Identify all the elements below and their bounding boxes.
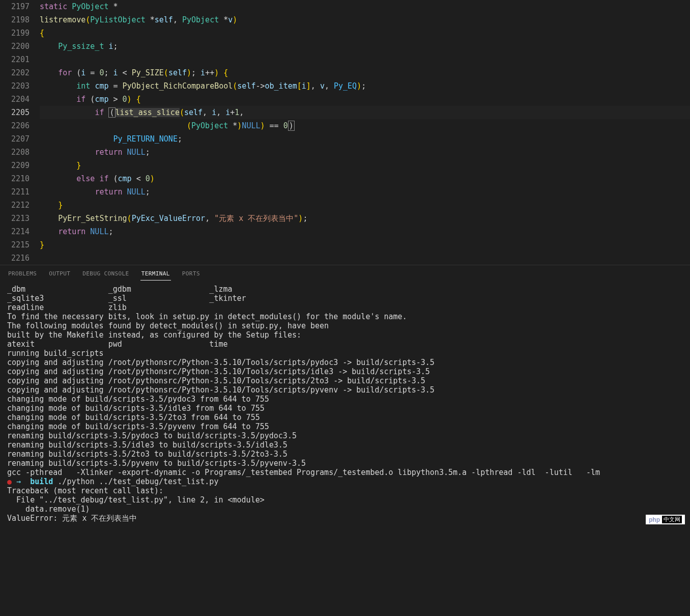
- code-line[interactable]: {: [40, 26, 690, 40]
- code-content[interactable]: static PyObject *listremove(PyListObject…: [36, 0, 690, 265]
- terminal-line: renaming build/scripts-3.5/idle3 to buil…: [7, 440, 683, 450]
- badge-cn: 中文网: [662, 516, 682, 523]
- line-number: 2212: [0, 199, 30, 212]
- code-line[interactable]: [40, 53, 690, 66]
- terminal-prompt-line: ● → build ./python ../test_debug/test_li…: [7, 477, 683, 486]
- code-line[interactable]: static PyObject *: [40, 0, 690, 13]
- panel-tab-output[interactable]: OUTPUT: [48, 268, 71, 281]
- terminal-line: copying and adjusting /root/pythonsrc/Py…: [7, 376, 683, 385]
- terminal-line: _sqlite3 _ssl _tkinter: [7, 294, 683, 303]
- line-number: 2200: [0, 40, 30, 53]
- line-number: 2204: [0, 93, 30, 106]
- line-number: 2207: [0, 132, 30, 146]
- terminal-output[interactable]: _dbm _gdbm _lzma_sqlite3 _ssl _tkinterre…: [0, 281, 690, 616]
- terminal-line: renaming build/scripts-3.5/pydoc3 to bui…: [7, 431, 683, 440]
- line-number: 2210: [0, 172, 30, 185]
- terminal-line: readline zlib: [7, 303, 683, 312]
- panel-tab-terminal[interactable]: TERMINAL: [140, 268, 171, 281]
- code-line[interactable]: }: [40, 199, 690, 212]
- terminal-line: renaming build/scripts-3.5/pyvenv to bui…: [7, 459, 683, 468]
- line-number: 2203: [0, 79, 30, 93]
- terminal-line: changing mode of build/scripts-3.5/2to3 …: [7, 413, 683, 422]
- code-line[interactable]: }: [40, 238, 690, 251]
- line-number: 2206: [0, 119, 30, 132]
- terminal-line: renaming build/scripts-3.5/2to3 to build…: [7, 450, 683, 459]
- terminal-line: ValueError: 元素 x 不在列表当中: [7, 514, 683, 523]
- terminal-line: _dbm _gdbm _lzma: [7, 285, 683, 294]
- code-line[interactable]: else if (cmp < 0): [40, 172, 690, 185]
- code-line[interactable]: (PyObject *)NULL) == 0): [40, 119, 690, 132]
- code-editor[interactable]: 2197219821992200220122022203220422052206…: [0, 0, 690, 265]
- watermark-badge: php 中文网: [646, 515, 685, 524]
- code-line[interactable]: PyErr_SetString(PyExc_ValueError, "元素 x …: [40, 212, 690, 225]
- terminal-line: copying and adjusting /root/pythonsrc/Py…: [7, 385, 683, 395]
- line-number: 2214: [0, 225, 30, 238]
- badge-brand: php: [649, 516, 660, 523]
- code-line[interactable]: int cmp = PyObject_RichCompareBool(self-…: [40, 79, 690, 93]
- code-line[interactable]: }: [40, 159, 690, 172]
- terminal-line: built by the Makefile instead, as config…: [7, 330, 683, 340]
- line-number: 2216: [0, 251, 30, 265]
- panel-tab-problems[interactable]: PROBLEMS: [7, 268, 38, 281]
- panel-tab-debug-console[interactable]: DEBUG CONSOLE: [81, 268, 130, 281]
- line-number-gutter: 2197219821992200220122022203220422052206…: [0, 0, 36, 265]
- code-line[interactable]: [40, 251, 690, 265]
- line-number: 2198: [0, 13, 30, 26]
- code-line[interactable]: return NULL;: [40, 225, 690, 238]
- line-number: 2209: [0, 159, 30, 172]
- code-line[interactable]: if (list_ass_slice(self, i, i+1,: [40, 106, 690, 119]
- line-number: 2202: [0, 66, 30, 79]
- code-line[interactable]: for (i = 0; i < Py_SIZE(self); i++) {: [40, 66, 690, 79]
- line-number: 2208: [0, 146, 30, 159]
- terminal-line: copying and adjusting /root/pythonsrc/Py…: [7, 358, 683, 367]
- code-line[interactable]: return NULL;: [40, 185, 690, 199]
- panel-tab-ports[interactable]: PORTS: [181, 268, 201, 281]
- line-number: 2199: [0, 26, 30, 40]
- code-line[interactable]: Py_RETURN_NONE;: [40, 132, 690, 146]
- terminal-line: To find the necessary bits, look in setu…: [7, 312, 683, 321]
- line-number: 2213: [0, 212, 30, 225]
- terminal-line: data.remove(1): [7, 505, 683, 514]
- line-number: 2211: [0, 185, 30, 199]
- code-line[interactable]: if (cmp > 0) {: [40, 93, 690, 106]
- line-number: 2197: [0, 0, 30, 13]
- terminal-line: File "../test_debug/test_list.py", line …: [7, 495, 683, 505]
- terminal-line: atexit pwd time: [7, 340, 683, 349]
- terminal-line: changing mode of build/scripts-3.5/idle3…: [7, 404, 683, 413]
- line-number: 2201: [0, 53, 30, 66]
- line-number: 2205: [0, 106, 30, 119]
- terminal-line: copying and adjusting /root/pythonsrc/Py…: [7, 367, 683, 376]
- terminal-line: changing mode of build/scripts-3.5/pydoc…: [7, 395, 683, 404]
- terminal-line: The following modules found by detect_mo…: [7, 321, 683, 330]
- bottom-panel: PROBLEMSOUTPUTDEBUG CONSOLETERMINALPORTS…: [0, 265, 690, 616]
- line-number: 2215: [0, 238, 30, 251]
- code-line[interactable]: return NULL;: [40, 146, 690, 159]
- terminal-line: Traceback (most recent call last):: [7, 486, 683, 495]
- code-line[interactable]: Py_ssize_t i;: [40, 40, 690, 53]
- code-line[interactable]: listremove(PyListObject *self, PyObject …: [40, 13, 690, 26]
- terminal-line: running build_scripts: [7, 349, 683, 358]
- terminal-line: changing mode of build/scripts-3.5/pyven…: [7, 422, 683, 431]
- panel-tabs: PROBLEMSOUTPUTDEBUG CONSOLETERMINALPORTS: [0, 265, 690, 281]
- terminal-line: gcc -pthread -Xlinker -export-dynamic -o…: [7, 468, 683, 477]
